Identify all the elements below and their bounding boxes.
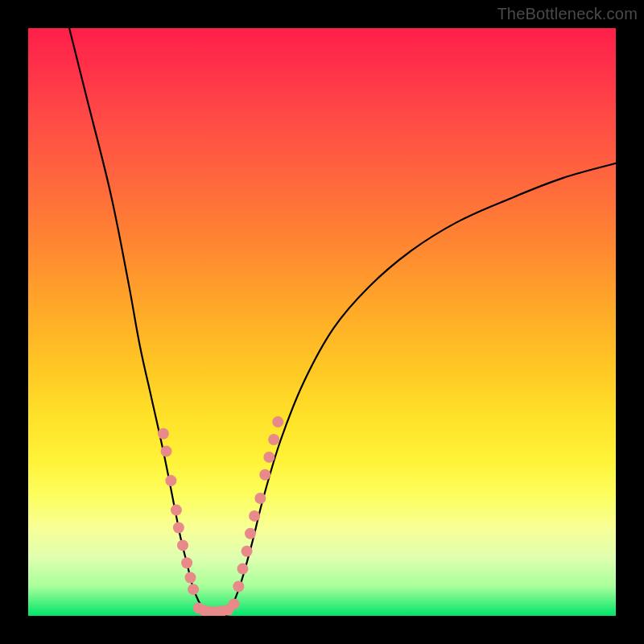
marker-dot bbox=[165, 475, 176, 486]
marker-dot bbox=[259, 469, 270, 481]
marker-dot bbox=[249, 510, 260, 522]
chart-frame: TheBottleneck.com bbox=[0, 0, 644, 644]
marker-dot bbox=[268, 434, 279, 445]
marker-dot bbox=[173, 522, 184, 534]
plot-area bbox=[28, 28, 616, 616]
marker-dot bbox=[161, 446, 172, 457]
marker-dot bbox=[237, 564, 248, 575]
marker-dot bbox=[229, 598, 240, 609]
marker-dot bbox=[184, 572, 196, 584]
curve-left-curve bbox=[69, 28, 210, 616]
marker-dot bbox=[177, 539, 188, 551]
curves-layer bbox=[28, 28, 616, 616]
curve-group bbox=[69, 28, 616, 616]
marker-dot bbox=[242, 546, 253, 557]
marker-dot bbox=[272, 416, 283, 427]
watermark-text: TheBottleneck.com bbox=[497, 5, 638, 23]
marker-dot bbox=[245, 528, 256, 539]
marker-dot bbox=[263, 452, 275, 463]
marker-dot bbox=[233, 581, 244, 592]
curve-right-curve bbox=[228, 163, 616, 616]
marker-dot bbox=[181, 557, 192, 568]
marker-dot bbox=[254, 493, 266, 504]
marker-dot bbox=[158, 428, 169, 440]
marker-dot bbox=[171, 505, 182, 516]
marker-dot bbox=[188, 584, 199, 595]
